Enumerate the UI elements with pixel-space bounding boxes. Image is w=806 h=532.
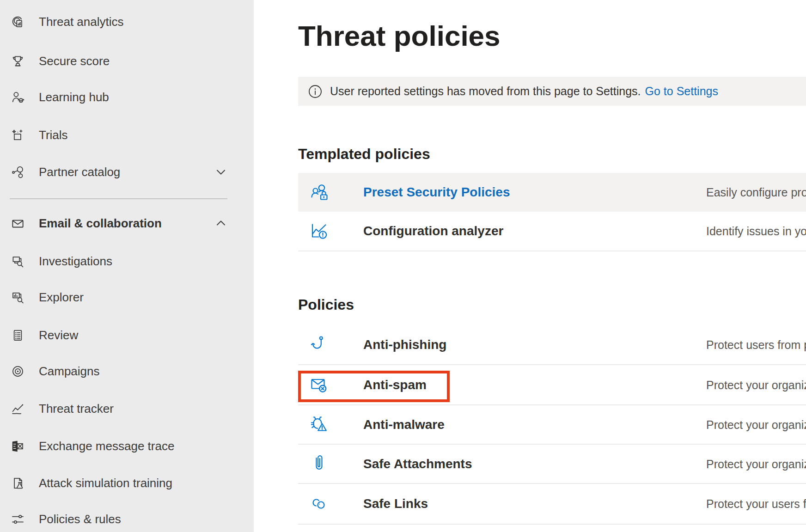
sidebar-item-label: Review	[39, 328, 78, 342]
sidebar-item-label: Exchange message trace	[39, 439, 174, 453]
row-label[interactable]: Anti-malware	[363, 417, 445, 432]
info-icon	[308, 85, 322, 98]
investigations-icon	[10, 254, 25, 269]
sidebar-item-label: Secure score	[39, 54, 110, 68]
main-content: Threat policies User reported settings h…	[254, 0, 806, 532]
sidebar-item-review[interactable]: Review	[0, 324, 254, 346]
sidebar-item-label: Explorer	[39, 290, 84, 305]
sidebar-item-label: Learning hub	[39, 90, 109, 104]
row-preset-security-policies[interactable]: Preset Security Policies Easily configur…	[298, 173, 806, 212]
campaigns-icon	[10, 364, 25, 379]
review-icon	[10, 328, 25, 343]
sidebar-item-trials[interactable]: Trials	[0, 124, 254, 146]
row-anti-spam[interactable]: Anti-spam Protect your organiz	[298, 365, 806, 405]
sidebar-item-investigations[interactable]: Investigations	[0, 251, 254, 272]
sidebar-section-label: Email & collaboration	[39, 216, 162, 231]
anti-malware-icon	[309, 415, 330, 435]
row-label[interactable]: Preset Security Policies	[363, 185, 510, 200]
sidebar-item-attack-simulation-training[interactable]: Attack simulation training	[0, 472, 254, 494]
chevron-down-icon	[215, 166, 227, 178]
sidebar-item-campaigns[interactable]: Campaigns	[0, 361, 254, 382]
row-label[interactable]: Safe Attachments	[363, 457, 472, 471]
row-description: Easily configure prot	[706, 186, 806, 199]
sidebar-item-exchange-message-trace[interactable]: Exchange message trace	[0, 435, 254, 457]
sidebar-nav: Threat analytics Secure score Learning h…	[0, 0, 254, 532]
sidebar-item-threat-analytics[interactable]: Threat analytics	[0, 11, 254, 32]
explorer-icon	[10, 290, 25, 305]
row-label[interactable]: Configuration analyzer	[363, 224, 503, 238]
threat-analytics-icon	[10, 14, 25, 30]
sidebar-item-label: Policies & rules	[39, 512, 121, 526]
row-anti-phishing[interactable]: Anti-phishing Protect users from p	[298, 325, 806, 365]
sidebar-section-email-collaboration[interactable]: Email & collaboration	[0, 213, 254, 234]
sidebar-item-label: Threat tracker	[39, 402, 114, 416]
configuration-analyzer-icon	[309, 221, 330, 241]
sidebar-item-label: Threat analytics	[39, 15, 124, 29]
row-description: Protect your organiz	[706, 378, 806, 391]
row-anti-malware[interactable]: Anti-malware Protect your organiz	[298, 405, 806, 445]
row-label[interactable]: Anti-phishing	[363, 337, 446, 352]
sidebar-item-label: Investigations	[39, 254, 112, 269]
row-safe-links[interactable]: Safe Links Protect your users fro	[298, 484, 806, 525]
learning-hub-icon	[10, 90, 25, 105]
email-icon	[10, 216, 25, 231]
anti-spam-icon	[309, 375, 330, 395]
policies-heading: Policies	[298, 297, 354, 312]
row-description: Identify issues in you	[706, 225, 806, 238]
attack-simulation-icon	[10, 476, 25, 491]
row-configuration-analyzer[interactable]: Configuration analyzer Identify issues i…	[298, 212, 806, 251]
trials-icon	[10, 128, 25, 143]
info-banner: User reported settings has moved from th…	[298, 77, 806, 106]
sidebar-item-policies-rules[interactable]: Policies & rules	[0, 508, 254, 530]
banner-message: User reported settings has moved from th…	[330, 85, 641, 98]
chevron-up-icon	[215, 217, 227, 229]
row-label[interactable]: Safe Links	[363, 496, 428, 511]
sidebar-item-learning-hub[interactable]: Learning hub	[0, 86, 254, 108]
sidebar-item-explorer[interactable]: Explorer	[0, 287, 254, 308]
preset-security-policies-icon	[309, 182, 330, 202]
safe-links-icon	[309, 494, 330, 514]
anti-phishing-icon	[309, 335, 330, 355]
row-description: Protect users from p	[706, 338, 806, 352]
sidebar-item-secure-score[interactable]: Secure score	[0, 50, 254, 72]
templated-policies-heading: Templated policies	[298, 146, 430, 162]
row-description: Protect your organiz	[706, 457, 806, 471]
sidebar-item-partner-catalog[interactable]: Partner catalog	[0, 161, 254, 183]
exchange-icon	[10, 439, 25, 454]
sidebar-item-label: Partner catalog	[39, 165, 120, 179]
row-safe-attachments[interactable]: Safe Attachments Protect your organiz	[298, 445, 806, 484]
sidebar-divider	[10, 198, 227, 199]
sidebar-item-threat-tracker[interactable]: Threat tracker	[0, 398, 254, 419]
row-description: Protect your organiz	[706, 418, 806, 431]
page-title: Threat policies	[298, 18, 501, 54]
safe-attachments-icon	[309, 454, 330, 474]
go-to-settings-link[interactable]: Go to Settings	[645, 85, 718, 98]
sidebar-item-label: Campaigns	[39, 364, 100, 379]
sidebar-item-label: Trials	[39, 128, 68, 142]
threat-tracker-icon	[10, 401, 25, 416]
row-label[interactable]: Anti-spam	[363, 378, 427, 392]
row-description: Protect your users fro	[706, 497, 806, 511]
trophy-icon	[10, 54, 25, 69]
sliders-icon	[10, 512, 25, 527]
sidebar-item-label: Attack simulation training	[39, 476, 172, 490]
partner-catalog-icon	[10, 165, 25, 180]
